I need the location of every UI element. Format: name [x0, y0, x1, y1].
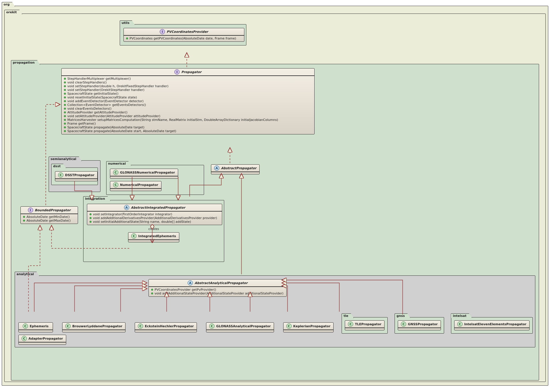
public-icon [23, 220, 25, 222]
member-text: void setStepHandler(double h, OrekitFixe… [67, 84, 168, 88]
interface-icon: I [174, 69, 180, 75]
class-name: AdapterPropagator [28, 337, 63, 340]
member-text: void clearStepHandlers() [67, 81, 107, 84]
package-tab-intelsat: intelsat [451, 313, 472, 318]
public-icon [64, 85, 66, 87]
member: Collection<EventDetector> getEventsDetec… [64, 103, 312, 107]
member-text: void addEventDetector(EventDetector dete… [67, 99, 144, 103]
package-tab-numerical: numerical [106, 161, 132, 166]
public-icon [64, 130, 66, 132]
member-text: Frame getFrame() [67, 122, 96, 125]
class-KeplerianPropagator: CKeplerianPropagator [283, 322, 334, 332]
member: void addEventDetector(EventDetector dete… [64, 99, 312, 103]
member-text: AttitudeProvider getAttitudeProvider() [67, 111, 127, 114]
member: AbsoluteDate getMaxDate() [26, 219, 71, 222]
public-icon [126, 37, 128, 39]
class-BoundedPropagator: I BoundedPropagator AbsoluteDate getMinD… [20, 206, 78, 224]
member: StepHandlerMultiplexer getMultiplexer() [64, 77, 312, 81]
member: void setStepHandler(OrekitStepHandler ha… [64, 88, 312, 92]
member: SpacecraftState propagate(AbsoluteDate t… [64, 125, 312, 129]
class-name: AbstractAnalyticalPropagator [195, 281, 248, 285]
class-name: Propagator [181, 70, 201, 74]
class-BrouwerLyddanePropagator: CBrouwerLyddanePropagator [62, 322, 125, 332]
public-icon [64, 93, 66, 95]
member: void setStepHandler(double h, OrekitFixe… [64, 84, 312, 88]
member-text: void clearEventsDetectors() [67, 107, 111, 111]
class-IntelsatElevenElementsPropagator: CIntelsatElevenElementsPropagator [454, 320, 530, 330]
class-name: GLONASSNumericalPropagator [120, 171, 175, 174]
member-text: StepHandlerMultiplexer getMultiplexer() [67, 77, 131, 81]
interface-icon: I [28, 208, 33, 213]
member: void resetInitialState(SpacecraftState s… [64, 96, 312, 99]
abstract-icon: A [188, 280, 193, 286]
package-orekit: orekit utils I PVCoordinatesProvider PVC… [4, 14, 546, 382]
public-icon [90, 213, 92, 215]
class-icon: C [113, 170, 118, 175]
class-AbstractIntegratedPropagator: A AbstractIntegratedPropagator void setI… [87, 204, 222, 225]
public-icon [64, 126, 66, 128]
member: void addAdditionalDerivativesProvider(Ad… [93, 216, 217, 220]
public-icon [64, 108, 66, 110]
class-icon: C [23, 324, 28, 329]
class-icon: C [286, 324, 292, 329]
public-icon [64, 123, 66, 125]
public-icon [151, 289, 153, 291]
member: void setAttitudeProvider(AttitudeProvide… [64, 114, 312, 118]
package-semianalytical: semianalytical dsst C DSSTPropagator [49, 160, 100, 192]
class-icon: C [348, 321, 353, 327]
class-icon: C [131, 233, 136, 239]
package-tab-gnss: gnss [395, 313, 410, 318]
class-GLONASSNumericalPropagator: C GLONASSNumericalPropagator [110, 169, 178, 179]
package-numerical: numerical C GLONASSNumericalPropagator C… [106, 165, 204, 195]
package-tab-propagation: propagation [11, 60, 40, 65]
class-GLONASSAnalyticalPropagator: CGLONASSAnalyticalPropagator [206, 322, 274, 332]
public-icon [64, 81, 66, 83]
member: void clearStepHandlers() [64, 81, 312, 84]
package-intelsat: intelsat CIntelsatElevenElementsPropagat… [451, 317, 533, 334]
package-utils: utils I PVCoordinatesProvider PVCoordina… [120, 24, 246, 45]
package-integration: integration A AbstractIntegratedPropagat… [83, 200, 224, 262]
member-text: SpacecraftState propagate(AbsoluteDate t… [67, 125, 144, 129]
public-icon [90, 221, 92, 223]
package-tab-orekit: orekit [4, 10, 22, 14]
public-icon [64, 104, 66, 106]
package-dsst: dsst C DSSTPropagator [51, 168, 98, 185]
member-text: SpacecraftState propagate(AbsoluteDate s… [67, 129, 176, 133]
member: AbsoluteDate getMinDate() [26, 215, 70, 219]
member-text: void setAttitudeProvider(AttitudeProvide… [67, 114, 160, 118]
class-TLEPropagator: CTLEPropagator [345, 320, 385, 330]
package-tab-org: org [2, 2, 15, 7]
class-name: Ephemeris [30, 324, 48, 328]
class-name: BoundedPropagator [35, 208, 71, 212]
public-icon [23, 216, 25, 218]
public-icon [64, 89, 66, 91]
member: PVCoordinates getPVCoordinates(AbsoluteD… [130, 37, 236, 40]
member: void setInitialAdditionalState(String na… [93, 220, 191, 224]
class-icon: C [209, 324, 214, 329]
public-icon [64, 96, 66, 98]
package-tab-utils: utils [120, 20, 135, 25]
class-IntegratedEphemeris: C IntegratedEphemeris [128, 232, 179, 242]
package-org: org orekit utils I PVCoordinatesProvider… [2, 6, 548, 386]
member: void addAdditionalStateProvider(Addition… [155, 292, 283, 295]
member: void setIntegrator(FirstOrderIntegrator … [93, 212, 172, 216]
class-PVCoordinatesProvider: I PVCoordinatesProvider PVCoordinates ge… [123, 28, 244, 42]
package-tab-dsst: dsst [51, 164, 66, 168]
class-Ephemeris: CEphemeris [18, 322, 53, 332]
class-EcksteinHechlerPropagator: CEcksteinHechlerPropagator [135, 322, 197, 332]
class-name: GLONASSAnalyticalPropagator [216, 324, 271, 328]
member: SpacecraftState propagate(AbsoluteDate s… [64, 129, 312, 133]
member-text: SpacecraftState getInitialState() [67, 92, 119, 96]
public-icon [151, 292, 153, 294]
member-text: MatricesHarvester setupMatricesComputati… [67, 118, 278, 122]
abstract-icon: A [124, 205, 129, 210]
class-name: BrouwerLyddanePropagator [72, 324, 122, 328]
class-icon: C [22, 336, 27, 341]
class-name: IntelsatElevenElementsPropagator [464, 322, 526, 326]
class-name: KeplerianPropagator [293, 324, 330, 328]
package-analytical: analytical A AbstractAnalyticalPropagato… [15, 275, 535, 347]
class-icon: C [401, 321, 406, 327]
package-tab-integration: integration [83, 196, 111, 201]
package-tab-semianalytical: semianalytical [49, 157, 82, 161]
edge-label-creates: creates [86, 227, 222, 231]
